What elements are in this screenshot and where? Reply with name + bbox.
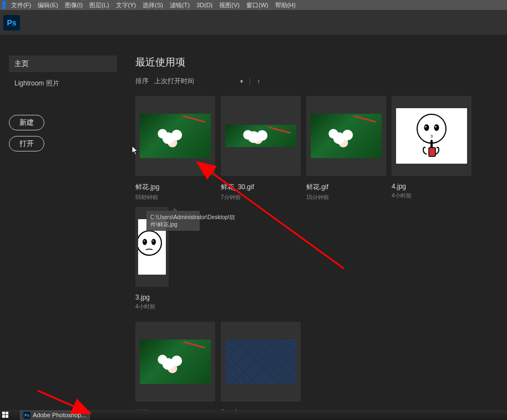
svg-rect-17 xyxy=(6,415,8,418)
app-icon-sliver xyxy=(2,1,6,9)
file-name: 3.jpg xyxy=(135,294,169,301)
menu-layer[interactable]: 图层(L) xyxy=(86,1,112,9)
open-button[interactable]: 打开 xyxy=(9,136,44,151)
recent-item[interactable]: 鲜花.gif 15分钟前 xyxy=(306,96,386,201)
home-workspace: 主页 Lightroom 照片 新建 打开 最近使用项 排序 上次打开时间 ▾ … xyxy=(0,36,507,410)
windows-taskbar: Ps Adobe Photoshop... xyxy=(0,410,507,420)
divider xyxy=(250,78,250,85)
recent-item[interactable]: 鲜花.jpg 55秒钟前 xyxy=(135,96,215,201)
file-time: 4小时前 xyxy=(135,303,169,311)
thumbnail xyxy=(135,322,215,402)
svg-point-0 xyxy=(417,114,446,143)
menu-bar: 文件(F) 编辑(E) 图像(I) 图层(L) 文字(Y) 选择(S) 滤镜(T… xyxy=(0,0,507,10)
menu-filter[interactable]: 滤镜(T) xyxy=(166,1,193,9)
face-drink-icon: 3 xyxy=(412,111,451,161)
recent-item[interactable]: 3 4.jpg 4小时前 xyxy=(392,96,471,201)
photoshop-mini-icon: Ps xyxy=(23,412,31,419)
svg-point-11 xyxy=(153,240,154,241)
menu-image[interactable]: 图像(I) xyxy=(62,1,86,9)
menu-file[interactable]: 文件(F) xyxy=(8,1,34,9)
file-time: 4小时前 xyxy=(392,192,471,200)
thumbnail xyxy=(221,96,301,176)
taskbar-app-photoshop[interactable]: Ps Adobe Photoshop... xyxy=(20,411,90,419)
svg-point-1 xyxy=(424,124,429,131)
file-name: 鲜花_30.gif xyxy=(221,183,301,192)
svg-rect-16 xyxy=(2,415,5,418)
sort-direction-icon[interactable]: ↑ xyxy=(257,78,260,85)
thumbnail xyxy=(221,322,301,402)
taskbar-app-label: Adobe Photoshop... xyxy=(33,412,87,418)
file-time: 7分钟前 xyxy=(221,194,301,201)
svg-point-9 xyxy=(151,239,156,245)
photoshop-logo-icon[interactable]: Ps xyxy=(3,15,20,31)
menu-select[interactable]: 选择(S) xyxy=(139,1,166,9)
start-button[interactable] xyxy=(1,411,10,419)
file-name: 鲜花.gif xyxy=(306,183,386,192)
section-title: 最近使用项 xyxy=(135,55,507,69)
sidebar-item-lightroom[interactable]: Lightroom 照片 xyxy=(9,75,117,92)
svg-rect-15 xyxy=(6,412,8,414)
thumbnail xyxy=(135,96,215,176)
sidebar-item-home[interactable]: 主页 xyxy=(9,55,117,72)
chevron-down-icon: ▾ xyxy=(240,78,243,84)
svg-point-3 xyxy=(425,126,427,128)
tool-strip: Ps xyxy=(0,10,507,36)
menu-window[interactable]: 窗口(W) xyxy=(243,1,272,9)
sort-row: 排序 上次打开时间 ▾ ↑ xyxy=(135,77,507,86)
menu-3d[interactable]: 3D(D) xyxy=(193,2,216,8)
sort-value: 上次打开时间 xyxy=(154,77,194,86)
thumbnail xyxy=(306,96,386,176)
svg-point-2 xyxy=(434,124,439,131)
face-plain-icon xyxy=(138,227,166,266)
home-sidebar: 主页 Lightroom 照片 新建 打开 xyxy=(9,55,117,151)
menu-edit[interactable]: 编辑(E) xyxy=(34,1,62,9)
file-name: 鲜花.jpg xyxy=(135,183,215,192)
recent-item[interactable]: timg.jpg 前天 xyxy=(221,322,301,420)
svg-text:3: 3 xyxy=(430,134,433,139)
svg-line-13 xyxy=(38,391,89,413)
file-name: 4.jpg xyxy=(392,183,471,190)
menu-type[interactable]: 文字(Y) xyxy=(113,1,140,9)
recent-item[interactable]: 鲜花_30.gif 7分钟前 xyxy=(221,96,301,201)
windows-icon xyxy=(2,412,9,418)
svg-point-7 xyxy=(138,231,161,255)
svg-point-8 xyxy=(143,239,147,245)
sort-label: 排序 xyxy=(135,77,149,86)
file-time: 15分钟前 xyxy=(306,194,386,201)
svg-point-4 xyxy=(435,126,437,128)
svg-point-10 xyxy=(144,240,145,241)
recent-grid: 鲜花.jpg 55秒钟前 鲜花_30.gif 7分钟前 鲜花.gif 15分钟前 xyxy=(135,96,507,420)
sort-select[interactable]: 上次打开时间 ▾ xyxy=(154,77,243,86)
recent-content: 最近使用项 排序 上次打开时间 ▾ ↑ 鲜花.jpg 55秒钟前 鲜花_30.g… xyxy=(135,55,507,420)
recent-item[interactable]: 鲜花.pdf 23小时前 xyxy=(135,322,215,420)
menu-view[interactable]: 视图(V) xyxy=(216,1,243,9)
tooltip: C:\Users\Administrator\Desktop\软件\鲜花.jpg xyxy=(146,211,200,231)
menu-help[interactable]: 帮助(H) xyxy=(272,1,299,9)
svg-rect-6 xyxy=(429,148,435,156)
file-time: 55秒钟前 xyxy=(135,194,215,201)
new-button[interactable]: 新建 xyxy=(9,115,44,130)
thumbnail: 3 xyxy=(392,96,471,176)
svg-rect-14 xyxy=(2,412,5,414)
